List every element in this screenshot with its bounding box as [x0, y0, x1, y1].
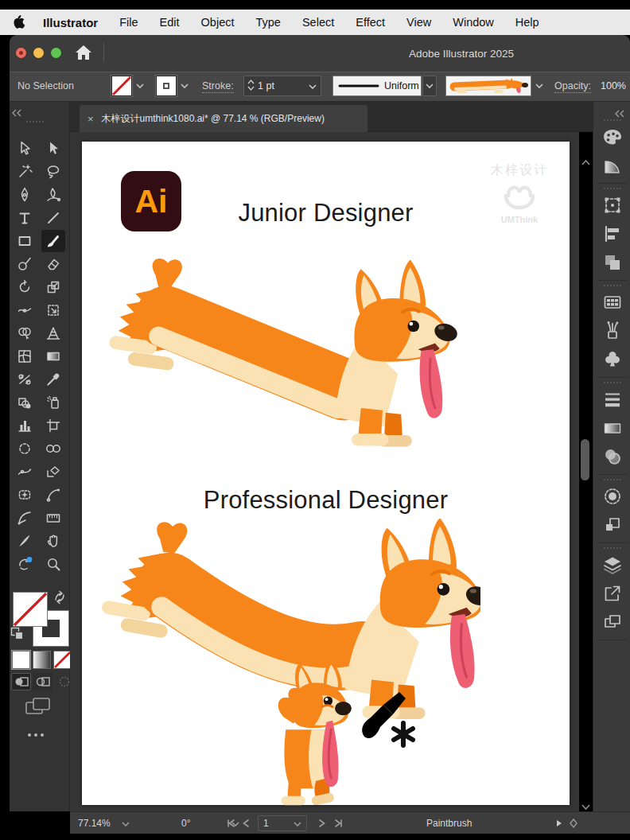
- apple-menu-icon[interactable]: [13, 15, 25, 29]
- tool-shape-builder[interactable]: [13, 322, 37, 344]
- panel-asset-export[interactable]: [601, 582, 624, 605]
- menu-file[interactable]: File: [119, 16, 138, 29]
- tool-slice[interactable]: [13, 438, 37, 460]
- tool-symbol-shifter[interactable]: [13, 391, 37, 414]
- panel-artboards[interactable]: [601, 611, 624, 633]
- tool-magic-wand[interactable]: [13, 161, 37, 183]
- tool-rotate[interactable]: [13, 276, 37, 298]
- scrollbar-thumb[interactable]: [581, 439, 589, 480]
- tool-shaper[interactable]: [13, 253, 37, 275]
- panel-layers[interactable]: [601, 554, 624, 576]
- panel-swatches[interactable]: [601, 291, 624, 313]
- menu-edit[interactable]: Edit: [160, 16, 180, 29]
- menu-object[interactable]: Object: [201, 16, 235, 29]
- tool-pen[interactable]: [13, 184, 37, 206]
- menu-type[interactable]: Type: [255, 16, 280, 29]
- panel-drag-handle[interactable]: [604, 119, 621, 121]
- tool-direct-selection[interactable]: [41, 138, 65, 160]
- tool-type[interactable]: [13, 207, 37, 229]
- menu-select[interactable]: Select: [302, 16, 334, 29]
- menu-window[interactable]: Window: [453, 16, 494, 29]
- panel-transform[interactable]: [601, 194, 624, 216]
- tool-lasso[interactable]: [41, 161, 65, 183]
- menu-view[interactable]: View: [406, 16, 431, 29]
- opacity-label[interactable]: Opacity:: [554, 80, 591, 93]
- status-diamond-icon[interactable]: [570, 815, 578, 831]
- stroke-weight-field[interactable]: 1 pt: [243, 76, 321, 96]
- default-fill-stroke-icon[interactable]: [10, 627, 25, 644]
- minimize-window-button[interactable]: [33, 48, 44, 58]
- tools-drag-handle[interactable]: [26, 121, 44, 122]
- fill-dropdown-chevron-icon[interactable]: [134, 76, 146, 96]
- tab-close-icon[interactable]: ×: [88, 113, 94, 125]
- fill-color-button[interactable]: [12, 651, 30, 669]
- artboard[interactable]: Ai Junior Designer 木梓设计 UMThink: [82, 142, 570, 805]
- tool-rectangle[interactable]: [13, 230, 37, 252]
- stroke-dropdown-chevron-icon[interactable]: [179, 76, 190, 96]
- first-artboard-button[interactable]: [226, 815, 235, 831]
- tool-eraser[interactable]: [41, 253, 65, 275]
- panel-transparency[interactable]: [601, 445, 624, 468]
- brush-dropdown-chevron-icon[interactable]: [534, 76, 545, 96]
- zoom-level-field[interactable]: 77.14%: [78, 815, 130, 831]
- opacity-value[interactable]: 100%: [601, 80, 626, 91]
- tool-curvature[interactable]: [41, 184, 65, 206]
- panel-drag-handle[interactable]: [604, 479, 621, 480]
- draw-normal-button[interactable]: [11, 673, 31, 690]
- canvas-vertical-scrollbar[interactable]: [579, 132, 592, 811]
- tool-free-transform[interactable]: [41, 299, 65, 321]
- tool-symbol-sprayer[interactable]: [41, 391, 65, 414]
- tool-eyedropper[interactable]: [41, 368, 65, 391]
- last-artboard-button[interactable]: [334, 815, 344, 831]
- stroke-weight-value[interactable]: 1 pt: [258, 80, 274, 91]
- stroke-weight-chevron-icon[interactable]: [309, 80, 321, 91]
- status-popup-icon[interactable]: [555, 815, 563, 831]
- tool-zoom[interactable]: [41, 553, 65, 575]
- screen-mode-button[interactable]: [24, 695, 52, 721]
- document-tab[interactable]: × 木梓设计umthink1080.ai* @ 77.14 % (RGB/Pre…: [80, 105, 368, 132]
- tool-slice-selection[interactable]: [41, 438, 65, 460]
- tool-line-segment[interactable]: [41, 207, 65, 229]
- home-icon[interactable]: [75, 45, 92, 64]
- draw-behind-button[interactable]: [33, 673, 52, 690]
- swap-fill-stroke-icon[interactable]: [52, 590, 67, 608]
- panel-graphic-styles[interactable]: [601, 514, 624, 536]
- close-window-button[interactable]: [16, 48, 26, 58]
- tool-smooth[interactable]: [13, 461, 37, 483]
- menu-help[interactable]: Help: [515, 16, 539, 29]
- next-artboard-button[interactable]: [318, 815, 326, 831]
- fill-color-indicator[interactable]: [13, 592, 48, 627]
- panel-align[interactable]: [601, 223, 624, 245]
- menu-effect[interactable]: Effect: [356, 16, 385, 29]
- tool-gradient[interactable]: [41, 345, 65, 368]
- panel-stroke[interactable]: [601, 388, 624, 410]
- artboard-number-field[interactable]: 1: [258, 815, 307, 831]
- tool-curve-pen[interactable]: [13, 507, 37, 529]
- menu-illustrator[interactable]: Illustrator: [43, 16, 98, 29]
- tool-hand[interactable]: [41, 530, 65, 552]
- stroke-stepper[interactable]: [244, 79, 258, 94]
- fill-none-swatch[interactable]: [111, 76, 132, 96]
- tool-arc[interactable]: [41, 484, 65, 506]
- fill-none-button[interactable]: [53, 651, 72, 669]
- tool-width[interactable]: [13, 299, 37, 321]
- panel-drag-handle[interactable]: [604, 188, 621, 189]
- tool-scale[interactable]: [41, 276, 65, 298]
- tool-reshape[interactable]: [41, 461, 65, 483]
- panel-drag-handle[interactable]: [604, 285, 621, 286]
- panel-brushes[interactable]: [601, 320, 624, 342]
- tool-mesh[interactable]: [13, 345, 37, 368]
- edit-toolbar-ellipsis-icon[interactable]: [28, 733, 44, 737]
- previous-artboard-button[interactable]: [242, 815, 250, 831]
- panel-drag-handle[interactable]: [604, 382, 621, 383]
- brush-definition-preview[interactable]: [445, 76, 531, 96]
- tool-column-graph[interactable]: [13, 414, 37, 437]
- tool-perspective-grid[interactable]: [41, 322, 65, 344]
- tools-collapse-icon[interactable]: [11, 106, 22, 120]
- panel-gradient[interactable]: [601, 417, 624, 439]
- tool-rotate-view[interactable]: [13, 553, 37, 575]
- stroke-swatch[interactable]: [156, 76, 177, 96]
- panel-color[interactable]: [601, 126, 624, 148]
- tool-artboard[interactable]: [41, 414, 65, 437]
- zoom-window-button[interactable]: [51, 48, 61, 58]
